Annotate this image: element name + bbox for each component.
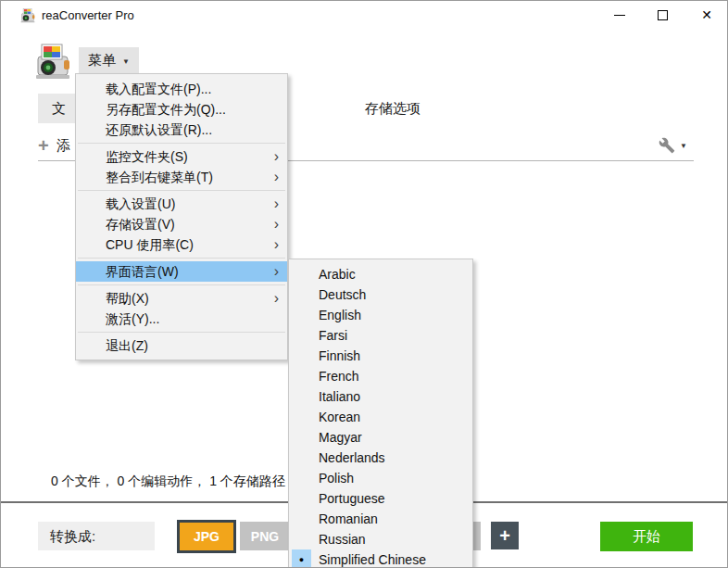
menu-separator: [78, 284, 285, 285]
language-submenu: Arabic Deutsch English Farsi Finnish Fre…: [288, 259, 473, 568]
submenu-arrow-icon: ›: [274, 214, 279, 234]
menu-item-exit[interactable]: 退出(Z): [76, 335, 287, 356]
language-item-arabic[interactable]: Arabic: [289, 264, 472, 284]
chevron-down-icon: ▼: [680, 142, 687, 150]
start-button[interactable]: 开始: [600, 522, 693, 551]
menu-item-save-settings[interactable]: 存储设置(V)›: [76, 214, 287, 234]
radio-dot-icon: ●: [299, 556, 304, 564]
language-item-korean[interactable]: Korean: [289, 407, 472, 427]
maximize-icon: [658, 10, 668, 20]
language-item-nederlands[interactable]: Nederlands: [289, 448, 472, 468]
menu-item-load-profile[interactable]: 载入配置文件(P)...: [76, 79, 287, 99]
language-item-romanian[interactable]: Romanian: [289, 509, 472, 529]
main-menu-dropdown: 载入配置文件(P)... 另存配置文件为(Q)... 还原默认设置(R)... …: [75, 73, 288, 360]
submenu-arrow-icon: ›: [274, 234, 279, 254]
main-menu-button[interactable]: 菜单 ▼: [79, 47, 139, 74]
maximize-button[interactable]: [646, 1, 678, 29]
selected-language-highlight: ●: [292, 549, 311, 568]
menu-item-cpu-usage[interactable]: CPU 使用率(C)›: [76, 234, 287, 255]
chevron-down-icon: ▼: [122, 56, 130, 66]
menu-item-watch-folders[interactable]: 监控文件夹(S)›: [76, 146, 287, 167]
menu-separator: [78, 190, 285, 191]
minimize-button[interactable]: [604, 1, 635, 29]
submenu-arrow-icon: ›: [274, 146, 279, 166]
submenu-arrow-icon: ›: [274, 194, 279, 213]
language-item-portuguese[interactable]: Portuguese: [289, 488, 472, 509]
language-item-italiano[interactable]: Italiano: [289, 386, 472, 407]
submenu-arrow-icon: ›: [274, 261, 279, 281]
add-format-button[interactable]: +: [491, 522, 519, 549]
language-item-english[interactable]: English: [289, 305, 472, 325]
app-window: reaConverter Pro ✕ 菜单 ▼ 文 存储选项 + 添 ▼ 0 个…: [0, 0, 728, 568]
menu-separator: [78, 332, 285, 333]
plus-icon: +: [499, 525, 510, 547]
wrench-icon: [659, 137, 675, 154]
language-item-farsi[interactable]: Farsi: [289, 325, 472, 346]
submenu-arrow-icon: ›: [274, 167, 279, 186]
window-title: reaConverter Pro: [42, 8, 134, 22]
close-button[interactable]: ✕: [691, 1, 722, 29]
menu-item-restore-defaults[interactable]: 还原默认设置(R)...: [76, 120, 287, 140]
language-item-polish[interactable]: Polish: [289, 468, 472, 488]
menu-separator: [78, 258, 285, 259]
language-item-finnish[interactable]: Finnish: [289, 346, 472, 366]
language-item-russian[interactable]: Russian: [289, 529, 472, 549]
app-icon: [19, 7, 36, 24]
menu-button-label: 菜单: [88, 52, 116, 69]
language-item-deutsch[interactable]: Deutsch: [289, 284, 472, 305]
minimize-icon: [614, 15, 625, 16]
add-files-label[interactable]: 添: [56, 137, 70, 155]
menu-item-help[interactable]: 帮助(X)›: [76, 288, 287, 309]
format-button-png[interactable]: PNG: [240, 522, 290, 550]
close-icon: ✕: [701, 8, 712, 21]
menu-item-activate[interactable]: 激活(Y)...: [76, 309, 287, 329]
convert-to-label: 转换成:: [38, 522, 155, 550]
settings-wrench-button[interactable]: ▼: [659, 137, 687, 154]
menu-item-interface-language[interactable]: 界面语言(W)›: [76, 261, 287, 282]
tab-files[interactable]: 文: [38, 94, 77, 123]
menu-item-context-menu-integration[interactable]: 整合到右键菜单(T)›: [76, 167, 287, 187]
menu-item-save-profile-as[interactable]: 另存配置文件为(Q)...: [76, 99, 287, 120]
titlebar: reaConverter Pro ✕: [1, 1, 727, 31]
tab-storage-options[interactable]: 存储选项: [365, 100, 420, 118]
app-logo-icon: [32, 42, 73, 82]
tab-files-label: 文: [52, 100, 66, 118]
add-files-plus-icon[interactable]: +: [38, 136, 49, 155]
submenu-arrow-icon: ›: [274, 288, 279, 308]
language-item-magyar[interactable]: Magyar: [289, 427, 472, 448]
format-button-jpg[interactable]: JPG: [177, 520, 236, 553]
status-summary: 0 个文件， 0 个编辑动作， 1 个存储路径: [51, 473, 285, 490]
menu-separator: [78, 143, 285, 144]
language-item-simplified-chinese[interactable]: ● Simplified Chinese: [289, 549, 472, 568]
language-item-french[interactable]: French: [289, 366, 472, 386]
menu-item-load-settings[interactable]: 载入设置(U)›: [76, 194, 287, 214]
